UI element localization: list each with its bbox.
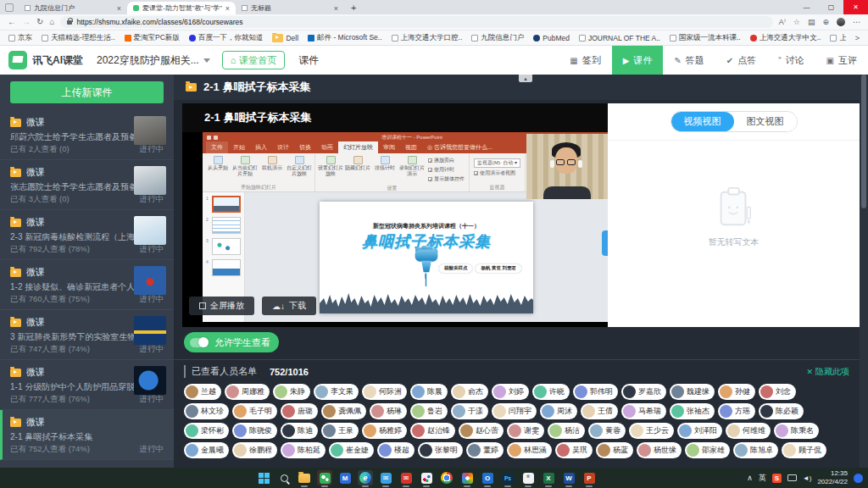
tab-search-icon[interactable]: [5, 3, 14, 12]
sogou-icon[interactable]: S: [772, 474, 782, 483]
bookmark-item[interactable]: 京东: [8, 33, 32, 43]
taskbar-wechat-icon[interactable]: [317, 470, 332, 485]
courseware-item[interactable]: 微课1-2 接诊疑似、确诊新冠患者个人防护操作流已有 760人查看 (75%)进…: [0, 260, 174, 310]
bookmark-item[interactable]: 上海交通大学口腔..: [392, 33, 463, 43]
ime-indicator[interactable]: 英: [759, 473, 766, 484]
bookmark-item[interactable]: JOURNAL OF THE A..: [579, 34, 660, 42]
forward-icon[interactable]: →: [22, 18, 31, 26]
tab-video-view[interactable]: 视频视图: [671, 112, 734, 131]
browser-tab[interactable]: 爱课堂-助力智慧"教"与"学"×: [127, 2, 236, 14]
hide-section-button[interactable]: ✕ 隐藏此项: [806, 366, 853, 378]
courseware-item[interactable]: 微课2-1 鼻咽拭子标本采集已有 752人查看 (74%)进行中: [0, 410, 174, 460]
refresh-icon[interactable]: ↻: [36, 18, 43, 26]
collections-icon[interactable]: ▤: [808, 18, 815, 26]
taskbar-excel-icon[interactable]: X: [541, 470, 556, 485]
nav-item-calendar[interactable]: ▦签到: [559, 46, 611, 75]
window-minimize-button[interactable]: —: [794, 0, 819, 14]
more-icon[interactable]: ⋯: [853, 18, 860, 26]
taskbar-chrome-icon[interactable]: [439, 470, 454, 485]
courseware-item[interactable]: 微课2-3 新冠病毒核酸检测流程（上海市临床检验已有 792人查看 (78%)进…: [0, 210, 174, 260]
taskbar-file-explorer-icon[interactable]: [297, 470, 312, 485]
nav-item-courseware[interactable]: ▶课件: [612, 46, 664, 75]
taskbar-m-app-icon[interactable]: M: [337, 470, 353, 485]
browser-tab[interactable]: 无标题×: [236, 2, 344, 14]
address-bar[interactable]: https://shsmu.xfaike.com/classes/6168/co…: [60, 16, 772, 28]
back-icon[interactable]: ←: [8, 18, 16, 26]
browser-tab[interactable]: 九院信息门户×: [19, 2, 127, 14]
bookmark-item[interactable]: 爱淘宝PC新版: [125, 33, 180, 43]
courseware-title: 1-1 分级防护中个人防护用品穿脱流程: [10, 381, 136, 393]
nav-item-answer[interactable]: ✔点答: [715, 46, 767, 75]
profile-avatar[interactable]: [837, 18, 845, 26]
netease-mail-glyph: ✉: [401, 473, 412, 484]
taskbar-netease-mail-icon[interactable]: ✉: [398, 470, 414, 485]
taskbar-search-icon[interactable]: [276, 470, 292, 485]
viewer-chip: 赵心蕾: [459, 423, 504, 439]
window-close-button[interactable]: ✕: [843, 0, 868, 14]
bookmark-item[interactable]: 国家级一流本科课..: [670, 33, 741, 43]
main-area: 2-1 鼻咽拭子标本采集 2-1 鼻咽拭子标本采集 培训课程十一 - Power…: [174, 75, 860, 468]
bookmark-item[interactable]: 上海交通大学医学院: [830, 33, 845, 43]
taskbar-start-icon[interactable]: [256, 470, 271, 485]
thumbnail-number: 3: [206, 238, 210, 243]
panel-collapse-handle[interactable]: [602, 230, 608, 256]
courseware-item[interactable]: 微课1-1 分级防护中个人防护用品穿脱流程已有 777人查看 (76%)进行中: [0, 360, 174, 410]
ppt-presenter-label: 使用演示者视图: [480, 169, 515, 177]
folder-play-icon: [10, 269, 21, 277]
viewer-name: 陈秉名: [791, 425, 814, 436]
taskbar-clock[interactable]: 12:35 2022/4/22: [817, 469, 848, 485]
nav-item-label: 点答: [737, 54, 756, 67]
nav-item-discussion[interactable]: “讨论: [767, 46, 815, 75]
page-scrollbar[interactable]: [860, 75, 868, 468]
tab-close-icon[interactable]: ×: [117, 4, 121, 13]
taskbar-photos-icon[interactable]: [459, 470, 475, 485]
favorites-icon[interactable]: ☆: [793, 18, 800, 26]
taskbar-mail-icon[interactable]: ✉: [378, 470, 393, 485]
display-tray-icon[interactable]: [787, 474, 797, 481]
bookmark-item[interactable]: 百度一下，你就知道: [189, 33, 264, 43]
home-icon[interactable]: ⌂: [49, 18, 54, 26]
courseware-item[interactable]: 微课张志愿院士给予学生志愿者及预备队员的寄语已有 3人查看 (0)进行中: [0, 160, 174, 210]
bookmarks-overflow-icon[interactable]: >: [855, 34, 860, 42]
new-tab-button[interactable]: +: [351, 3, 356, 13]
taskbar-word-icon[interactable]: W: [561, 470, 576, 485]
courseware-item[interactable]: 微课3 新冠肺炎新形势下的实验室生物安全已有 747人查看 (74%)进行中: [0, 310, 174, 360]
extensions-icon[interactable]: ⊕: [822, 18, 829, 26]
tab-text-view[interactable]: 图文视图: [734, 112, 797, 131]
taskbar-outlook-icon[interactable]: O: [480, 470, 495, 485]
bookmark-item[interactable]: 上海交通大学中文..: [750, 33, 821, 43]
video-player[interactable]: 2-1 鼻咽拭子标本采集 培训课程十一 - PowerPoint 文件开始插入设…: [182, 103, 608, 327]
viewer-chip: 张袖杰: [670, 403, 715, 419]
ppt-tab: 切换: [294, 141, 316, 153]
download-button[interactable]: ☁↓ 下载: [262, 297, 316, 315]
bookmark-item[interactable]: Dell: [272, 34, 298, 42]
nav-item-review[interactable]: ▣互评: [815, 46, 868, 75]
bookmark-item[interactable]: 天猫精选-理想生活..: [42, 33, 115, 43]
nav-item-quiz[interactable]: ✎答题: [663, 46, 715, 75]
tray-chevron-icon[interactable]: ∧: [747, 474, 753, 482]
taskbar-edge-icon[interactable]: e: [358, 470, 373, 485]
bookmark-item[interactable]: 邮件 - Microsoft Se..: [308, 33, 382, 43]
taskbar-photoshop-icon[interactable]: Ps: [500, 470, 515, 485]
courseware-item[interactable]: 微课邱蔚六院士给予学生志愿者及预备队员的寄语已有 2人查看 (0)进行中: [0, 110, 174, 160]
scroll-top-button[interactable]: ▲: [519, 75, 532, 82]
tab-close-icon[interactable]: ×: [334, 4, 338, 13]
taskbar-molecule-app-icon[interactable]: [419, 470, 434, 485]
read-aloud-icon[interactable]: A⁾: [779, 18, 786, 26]
taskbar-powerpoint-icon[interactable]: P: [581, 470, 597, 485]
viewers-title: 已查看人员名单: [184, 365, 257, 378]
notification-badge[interactable]: [854, 474, 863, 483]
ppt-button-icon: [295, 156, 304, 164]
course-selector[interactable]: 2022穿脱防护服相关...: [97, 53, 210, 68]
bookmark-item[interactable]: PubMed: [533, 34, 570, 42]
allow-students-toggle[interactable]: 允许学生查看: [184, 332, 279, 352]
speaker-icon[interactable]: ◄): [803, 474, 812, 482]
taskbar-flower-app-icon[interactable]: *: [520, 470, 536, 485]
classroom-home-button[interactable]: ⌂ 课堂首页: [222, 51, 286, 69]
window-restore-button[interactable]: ▢: [819, 0, 843, 14]
scrollbar-thumb[interactable]: [861, 75, 866, 208]
tab-close-icon[interactable]: ×: [225, 4, 230, 13]
upload-courseware-button[interactable]: 上传新课件: [10, 81, 164, 103]
bookmark-item[interactable]: 九院信息门户: [471, 33, 524, 43]
fullscreen-button[interactable]: 全屏播放: [189, 297, 254, 315]
